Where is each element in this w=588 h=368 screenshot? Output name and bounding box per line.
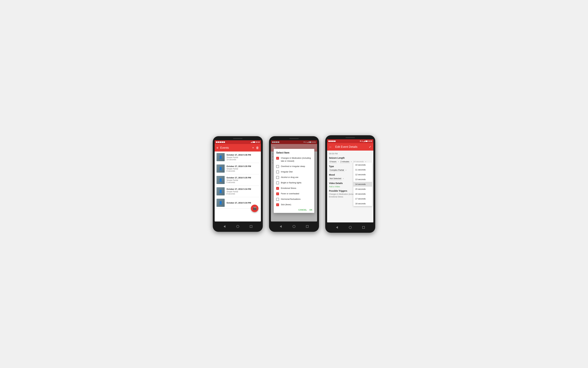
dialog-actions: CANCEL OK <box>274 207 314 213</box>
save-check-icon[interactable]: ✓ <box>369 145 371 149</box>
msg-icon <box>221 141 223 143</box>
phone-1-top <box>215 138 261 139</box>
phone-1: 10:14 ≡ Events + 🗑 👤 October 27, 2016 5:… <box>213 136 263 232</box>
recents-nav-btn-3[interactable] <box>361 225 366 230</box>
status-time-1: 10:14 <box>256 141 260 143</box>
checkbox-7[interactable] <box>276 198 279 201</box>
phone-2-screen: ✱ ◎ 10:01 M V P E T <box>271 140 317 221</box>
event-item-1[interactable]: 👤 October 27, 2016 5:36 PM Simple Partia… <box>215 152 261 163</box>
ok-button[interactable]: OK <box>310 209 312 211</box>
avatar-img-1: 👤 <box>217 153 225 161</box>
checkbox-5[interactable]: ✓ <box>276 187 279 190</box>
event-item-2[interactable]: 👤 October 27, 2016 5:35 PM Simple Partia… <box>215 163 261 174</box>
dropdown-item-8[interactable]: 18 seconds <box>353 201 372 206</box>
status-time-3: 10:00 <box>368 140 372 142</box>
back-nav-btn-3[interactable] <box>335 225 339 230</box>
signal-bar-1 <box>251 142 251 143</box>
battery-icon <box>253 141 255 143</box>
avatar-1: 👤 <box>217 153 225 161</box>
back-nav-btn-2[interactable] <box>278 224 283 229</box>
checkbox-8[interactable]: ✓ <box>276 203 279 206</box>
select-item-dialog: Select Item ✓ Changes in Medication (inc… <box>274 149 314 213</box>
avatar-5: 👤 <box>217 199 225 207</box>
dropdown-item-0[interactable]: 10 seconds <box>353 162 372 167</box>
event-item-4[interactable]: 👤 October 27, 2016 5:34 PM Simple Partia… <box>215 186 261 197</box>
photo-icon-3 <box>334 141 336 142</box>
status-right-1: 10:14 <box>251 141 260 143</box>
event-date-4: October 27, 2016 5:34 PM <box>227 188 259 190</box>
checkbox-6[interactable]: ✓ <box>276 193 279 195</box>
event-duration-2: 8 seconds <box>227 170 259 172</box>
dropdown-item-3[interactable]: 13 seconds <box>353 177 372 182</box>
event-info-1: October 27, 2016 5:36 PM Simple Partial … <box>227 154 259 161</box>
checkmark-0: ✓ <box>277 157 278 159</box>
dialog-item-3[interactable]: Alcohol or drug use <box>274 175 314 180</box>
checkbox-2[interactable] <box>276 171 279 173</box>
event-info-3: October 27, 2016 5:35 PM Simple Partial … <box>227 176 259 184</box>
menu-icon[interactable]: ≡ <box>217 146 218 150</box>
add-event-icon[interactable]: + <box>252 146 254 150</box>
events-list: 👤 October 27, 2016 5:36 PM Simple Partia… <box>215 152 261 209</box>
event-item-3[interactable]: 👤 October 27, 2016 5:35 PM Simple Partia… <box>215 174 261 186</box>
dropdown-item-5[interactable]: 15 seconds <box>353 187 372 192</box>
dialog-item-8[interactable]: ✓ Sick (fever) <box>274 202 314 207</box>
signal-icon <box>251 141 252 143</box>
type-field[interactable]: Complex Partial <box>329 168 345 172</box>
cancel-button[interactable]: CANCEL <box>298 209 307 211</box>
recents-nav-btn[interactable] <box>249 224 253 229</box>
dialog-label-5: Emotional Stress <box>281 187 296 190</box>
phone-1-bottom <box>215 223 261 230</box>
screen-icon-3 <box>328 141 330 142</box>
signal-bar-2 <box>251 142 251 143</box>
event-type-2: Simple Partial <box>227 168 259 170</box>
dialog-item-5[interactable]: ✓ Emotional Stress <box>274 185 314 191</box>
minutes-field[interactable]: 2 minutes <box>340 160 350 163</box>
dialog-label-7: Hormonal fluctuations <box>281 198 301 201</box>
speaker-3 <box>346 137 355 138</box>
dropdown-item-4[interactable]: 14 seconds <box>353 182 372 187</box>
back-button[interactable]: ← <box>329 145 332 149</box>
app-bar-title-3: Edit Event Details <box>335 145 367 148</box>
home-nav-btn[interactable] <box>236 224 240 229</box>
checkbox-3[interactable] <box>276 176 279 179</box>
checkbox-1[interactable] <box>276 165 279 168</box>
hours-field[interactable]: 0 hours <box>329 160 337 163</box>
dialog-item-7[interactable]: Hormonal fluctuations <box>274 196 314 202</box>
sb3-3 <box>364 141 364 142</box>
phone-3-screen: ✱ ◎ 10:00 ← Edit Event Details ✓ 09:59 P… <box>327 139 373 222</box>
dropdown-item-6[interactable]: 16 seconds <box>353 192 372 196</box>
dialog-item-4[interactable]: Bright or flashing lights <box>274 180 314 185</box>
recents-nav-btn-2[interactable] <box>305 224 310 229</box>
dialog-item-0[interactable]: ✓ Changes in Medication (including late … <box>274 156 314 164</box>
dropdown-item-1[interactable]: 11 seconds <box>353 167 372 172</box>
sb1-3 <box>363 141 364 142</box>
signal-icon-3 <box>363 140 365 142</box>
dropdown-item-2[interactable]: 12 seconds <box>353 172 372 177</box>
status-right-3: ✱ ◎ 10:00 <box>360 140 372 142</box>
app-bar-3: ← Edit Event Details ✓ <box>327 143 373 151</box>
phone-3-bottom <box>327 224 373 231</box>
back-nav-btn[interactable] <box>222 224 227 229</box>
event-type-4: Simple Partial <box>227 191 259 193</box>
dialog-item-1[interactable]: Overtired or irregular sleep <box>274 164 314 169</box>
checkbox-4[interactable] <box>276 182 279 184</box>
dialog-item-6[interactable]: ✓ Fever or overheated <box>274 191 314 196</box>
checkmark-6: ✓ <box>277 193 278 195</box>
delete-icon[interactable]: 🗑 <box>256 146 259 150</box>
event-duration-3: 5 seconds <box>227 181 259 184</box>
fab-button[interactable]: 🎬 <box>251 205 258 212</box>
seizure-length-label: Seizure Length <box>329 157 371 159</box>
dialog-title: Select Item <box>274 149 314 156</box>
edit-time: 09:59 PM <box>329 152 371 155</box>
signal-bar-4 <box>252 141 252 143</box>
screen-icon <box>216 141 217 143</box>
avatar-3: 👤 <box>217 176 225 184</box>
dropdown-item-7[interactable]: 17 seconds <box>353 196 372 201</box>
checkbox-0[interactable]: ✓ <box>276 157 279 160</box>
mood-field[interactable]: Not Selected <box>329 177 342 180</box>
dialog-label-8: Sick (fever) <box>281 203 291 206</box>
home-nav-btn-3[interactable] <box>348 225 352 230</box>
home-nav-btn-2[interactable] <box>292 224 296 229</box>
dialog-item-2[interactable]: Irregular Diet <box>274 169 314 175</box>
cross-icon <box>220 141 221 143</box>
